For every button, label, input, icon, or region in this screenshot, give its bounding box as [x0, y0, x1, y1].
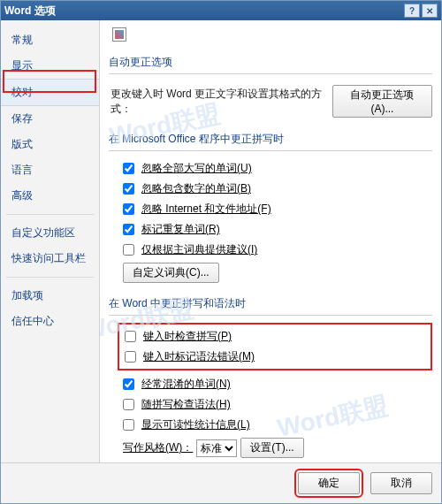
section-autocorrect: 自动更正选项: [109, 50, 432, 74]
highlight-group-spellcheck: 键入时检查拼写(P) 键入时标记语法错误(M): [118, 323, 432, 370]
sidebar-item-proofing[interactable]: 校对: [1, 79, 99, 106]
autocorrect-options-button[interactable]: 自动更正选项(A)...: [332, 85, 432, 118]
checkbox[interactable]: [123, 183, 134, 195]
sidebar-separator: [6, 277, 94, 278]
checkbox[interactable]: [123, 203, 134, 215]
opt-check-spelling-typing[interactable]: 键入时检查拼写(P): [121, 326, 429, 347]
checkbox[interactable]: [123, 244, 134, 256]
close-button[interactable]: ✕: [422, 4, 438, 18]
opt-confused-words[interactable]: 经常混淆的单词(N): [109, 374, 432, 394]
sidebar-item-addins[interactable]: 加载项: [1, 283, 99, 309]
opt-ignore-uppercase[interactable]: 忽略全部大写的单词(U): [109, 158, 432, 179]
opt-ignore-internet[interactable]: 忽略 Internet 和文件地址(F): [109, 199, 432, 219]
sidebar-item-layout[interactable]: 版式: [1, 132, 99, 157]
content-pane: Word联盟 Word联盟 Word联盟 自动更正选项 更改键入时 Word 更…: [100, 20, 441, 462]
checkbox[interactable]: [125, 331, 136, 342]
opt-flag-repeat[interactable]: 标记重复单词(R): [109, 219, 432, 240]
checkbox[interactable]: [123, 419, 134, 431]
sidebar-item-save[interactable]: 保存: [1, 106, 99, 132]
opt-grammar-with-spell[interactable]: 随拼写检查语法(H): [109, 394, 432, 415]
checkbox[interactable]: [123, 224, 134, 235]
writing-style-row: 写作风格(W)： 标准 设置(T)...: [109, 435, 432, 461]
sidebar-item-language[interactable]: 语言: [1, 157, 99, 183]
autocorrect-line: 更改键入时 Word 更正文字和设置其格式的方式： 自动更正选项(A)...: [109, 81, 432, 121]
writing-style-select[interactable]: 标准: [196, 439, 237, 457]
checkbox[interactable]: [123, 163, 134, 174]
window-title: Word 选项: [4, 4, 402, 19]
cancel-button[interactable]: 取消: [370, 472, 432, 494]
custom-dict-button[interactable]: 自定义词典(C)...: [123, 263, 219, 283]
section-word-spell: 在 Word 中更正拼写和语法时: [109, 291, 432, 316]
sidebar: 常规 显示 校对 保存 版式 语言 高级 自定义功能区 快速访问工具栏 加载项 …: [1, 20, 100, 462]
autocorrect-text: 更改键入时 Word 更正文字和设置其格式的方式：: [110, 87, 327, 117]
footer: 确定 取消: [1, 462, 441, 503]
checkbox[interactable]: [123, 378, 134, 390]
opt-ignore-numbers[interactable]: 忽略包含数字的单词(B): [109, 179, 432, 199]
checkbox[interactable]: [125, 351, 136, 363]
titlebar: Word 选项 ? ✕: [1, 1, 441, 20]
section-office: 在 Microsoft Office 程序中更正拼写时: [109, 126, 432, 151]
checkbox[interactable]: [123, 399, 134, 410]
settings-button[interactable]: 设置(T)...: [240, 438, 303, 458]
sidebar-item-display[interactable]: 显示: [1, 53, 99, 79]
sidebar-item-ribbon[interactable]: 自定义功能区: [1, 220, 99, 246]
opt-mark-grammar-typing[interactable]: 键入时标记语法错误(M): [121, 347, 429, 367]
sidebar-separator: [6, 214, 94, 215]
page-icon: [112, 27, 126, 42]
sidebar-item-advanced[interactable]: 高级: [1, 183, 99, 209]
sidebar-item-general[interactable]: 常规: [1, 27, 99, 53]
sidebar-item-qat[interactable]: 快速访问工具栏: [1, 246, 99, 271]
opt-main-dict[interactable]: 仅根据主词典提供建议(I): [109, 240, 432, 260]
sidebar-item-trust[interactable]: 信任中心: [1, 309, 99, 334]
opt-readability-stats[interactable]: 显示可读性统计信息(L): [109, 415, 432, 435]
writing-style-label: 写作风格(W)：: [123, 440, 193, 455]
help-button[interactable]: ?: [404, 4, 420, 18]
ok-button[interactable]: 确定: [298, 472, 360, 494]
